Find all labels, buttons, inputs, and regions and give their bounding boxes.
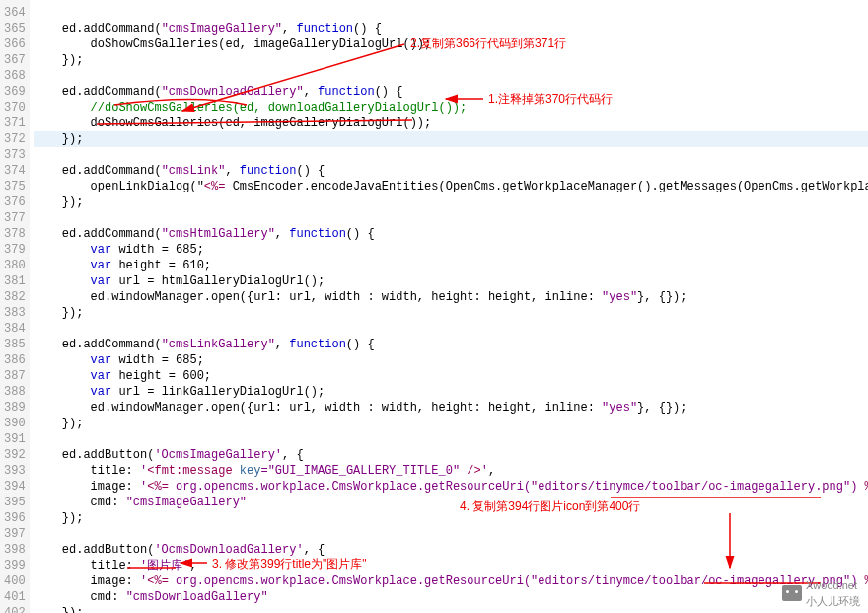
code-line[interactable]: ed.addCommand("cmsImageGallery", functio…: [34, 21, 868, 37]
code-editor[interactable]: 3643653663673683693703713723733743753763…: [0, 0, 868, 613]
line-number: 385: [4, 337, 24, 352]
code-line[interactable]: ed.windowManager.open({url: url, width :…: [34, 400, 868, 416]
watermark-bottom: 小人儿环境: [806, 593, 860, 609]
code-line[interactable]: var width = 685;: [34, 242, 868, 258]
line-number: 376: [4, 194, 24, 210]
line-number: 373: [4, 147, 24, 163]
line-number: 395: [4, 495, 24, 510]
code-line[interactable]: });: [34, 131, 868, 147]
line-number: 379: [4, 242, 24, 258]
code-line[interactable]: });: [34, 416, 868, 431]
line-number: 390: [4, 416, 24, 431]
code-line[interactable]: cmd: "cmsImageGallery": [34, 495, 868, 510]
code-line[interactable]: ed.addCommand("cmsDownloadGallery", func…: [34, 84, 868, 100]
line-number: 399: [4, 558, 24, 574]
code-line[interactable]: });: [34, 194, 868, 210]
annotation-1: 1.注释掉第370行代码行: [488, 91, 613, 107]
code-line[interactable]: ed.addCommand("cmsHtmlGallery", function…: [34, 226, 868, 242]
code-line[interactable]: });: [34, 52, 868, 68]
line-number: 384: [4, 321, 24, 337]
annotation-3: 3. 修改第399行title为"图片库": [212, 556, 367, 572]
line-number: 388: [4, 384, 24, 400]
code-line[interactable]: openLinkDialog("<%= CmsEncoder.encodeJav…: [34, 179, 868, 194]
line-number: 383: [4, 305, 24, 321]
code-line[interactable]: ed.addCommand("cmsLink", function() {: [34, 163, 868, 179]
code-line[interactable]: image: '<%= org.opencms.workplace.CmsWor…: [34, 479, 868, 495]
code-line[interactable]: [34, 321, 868, 337]
code-line[interactable]: var url = htmlGalleryDialogUrl();: [34, 273, 868, 289]
line-number: 401: [4, 589, 24, 605]
line-number: 367: [4, 52, 24, 68]
watermark: Xwood.net 小人儿环境: [782, 577, 860, 609]
code-line[interactable]: cmd: "cmsDownloadGallery": [34, 589, 868, 605]
code-line[interactable]: [34, 147, 868, 163]
line-number: 400: [4, 574, 24, 589]
code-line[interactable]: });: [34, 305, 868, 321]
line-number: 396: [4, 510, 24, 526]
line-number: 378: [4, 226, 24, 242]
line-number: 392: [4, 447, 24, 463]
code-line[interactable]: var height = 610;: [34, 258, 868, 273]
line-number: 370: [4, 100, 24, 115]
line-number: 389: [4, 400, 24, 416]
code-line[interactable]: });: [34, 605, 868, 613]
code-line[interactable]: doShowCmsGalleries(ed, imageGalleryDialo…: [34, 115, 868, 131]
code-line[interactable]: [34, 210, 868, 226]
line-number: 374: [4, 163, 24, 179]
line-number: 394: [4, 479, 24, 495]
line-number: 371: [4, 115, 24, 131]
annotation-4: 4. 复制第394行图片icon到第400行: [460, 498, 640, 514]
code-line[interactable]: [34, 68, 868, 84]
watermark-top: Xwood.net: [806, 577, 860, 593]
robot-icon: [782, 585, 802, 601]
line-number: 387: [4, 368, 24, 384]
code-line[interactable]: image: '<%= org.opencms.workplace.CmsWor…: [34, 574, 868, 589]
code-line[interactable]: ed.addButton('OcmsImageGallery', {: [34, 447, 868, 463]
line-number: 393: [4, 463, 24, 479]
line-number: 382: [4, 289, 24, 305]
line-number: 397: [4, 526, 24, 542]
code-line[interactable]: var width = 685;: [34, 352, 868, 368]
code-line[interactable]: });: [34, 510, 868, 526]
code-line[interactable]: title: '图片库',: [34, 558, 868, 574]
line-number: 391: [4, 431, 24, 447]
line-number: 366: [4, 37, 24, 52]
line-number: 402: [4, 605, 24, 613]
code-line[interactable]: ed.windowManager.open({url: url, width :…: [34, 289, 868, 305]
line-number: 398: [4, 542, 24, 558]
annotation-2: 2.复制第366行代码到第371行: [410, 36, 566, 51]
line-number: 368: [4, 68, 24, 84]
code-line[interactable]: ed.addCommand("cmsLinkGallery", function…: [34, 337, 868, 352]
code-line[interactable]: title: '<fmt:message key="GUI_IMAGE_GALL…: [34, 463, 868, 479]
code-line[interactable]: //doShowCmsGalleries(ed, downloadGallery…: [34, 100, 868, 115]
code-line[interactable]: [34, 431, 868, 447]
code-area[interactable]: ed.addCommand("cmsImageGallery", functio…: [30, 0, 868, 613]
line-number: 386: [4, 352, 24, 368]
line-number: 381: [4, 273, 24, 289]
code-line[interactable]: var url = linkGalleryDialogUrl();: [34, 384, 868, 400]
line-number: 375: [4, 179, 24, 194]
code-line[interactable]: ed.addButton('OcmsDownloadGallery', {: [34, 542, 868, 558]
line-gutter: 3643653663673683693703713723733743753763…: [0, 0, 30, 613]
line-number: 364: [4, 5, 24, 21]
code-line[interactable]: [34, 5, 868, 21]
line-number: 372: [4, 131, 24, 147]
line-number: 369: [4, 84, 24, 100]
code-line[interactable]: [34, 526, 868, 542]
code-line[interactable]: var height = 600;: [34, 368, 868, 384]
line-number: 377: [4, 210, 24, 226]
line-number: 380: [4, 258, 24, 273]
line-number: 365: [4, 21, 24, 37]
